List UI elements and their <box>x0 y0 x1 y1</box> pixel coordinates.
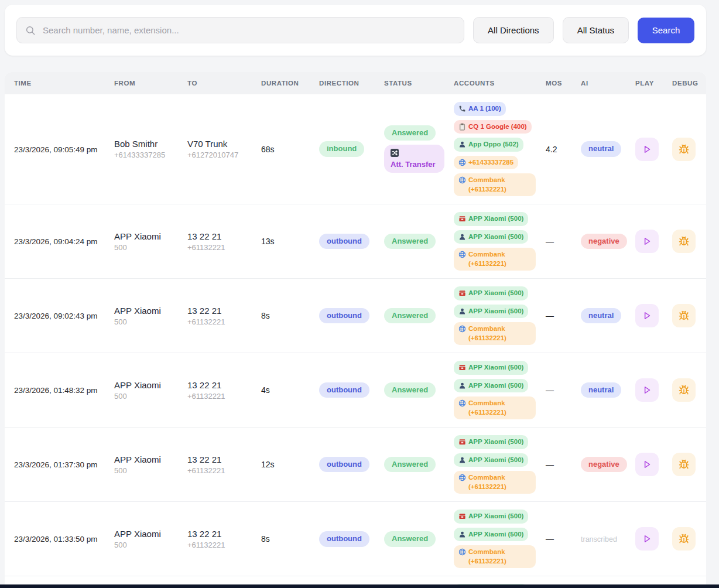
mos-score: — <box>546 460 554 469</box>
bug-icon <box>679 534 689 544</box>
table-row: 23/3/2026, 01:33:50 pm APP Xiaomi 500 13… <box>5 502 706 576</box>
column-header-play: PLAY <box>626 80 663 87</box>
from-number: +61433337285 <box>114 151 178 159</box>
direction-badge: outbound <box>319 234 369 249</box>
search-button[interactable]: Search <box>638 18 694 43</box>
account-badge: APP Xiaomi (500) <box>454 230 528 244</box>
status-badge: Att. Transfer <box>384 145 444 173</box>
from-name: APP Xiaomi <box>114 231 178 241</box>
person-icon <box>458 382 466 389</box>
mos-score: 4.2 <box>546 145 557 154</box>
debug-button[interactable] <box>672 230 696 253</box>
debug-button[interactable] <box>672 304 696 327</box>
to-name: V70 Trunk <box>187 139 252 149</box>
play-icon <box>642 385 652 395</box>
to-number: +61132221 <box>187 541 252 549</box>
account-badge: AA 1 (100) <box>454 102 506 116</box>
column-header-debug: DEBUG <box>663 80 706 87</box>
person-icon <box>458 307 466 315</box>
account-badge: APP Xiaomi (500) <box>454 435 528 449</box>
bug-icon <box>679 144 689 155</box>
from-number: 500 <box>114 466 178 475</box>
status-badge: Answered <box>384 125 436 141</box>
status-badge: Answered <box>384 308 436 323</box>
call-time: 23/3/2026, 01:33:50 pm <box>14 535 98 543</box>
column-header-mos: MOS <box>536 80 571 87</box>
search-icon <box>25 25 36 36</box>
directions-filter-button[interactable]: All Directions <box>473 17 554 43</box>
person-icon <box>458 456 466 464</box>
mos-score: — <box>546 385 554 395</box>
column-header-time: TIME <box>5 80 105 87</box>
account-badge: APP Xiaomi (500) <box>454 510 528 524</box>
status-badge: Answered <box>384 457 436 472</box>
status-badge: Answered <box>384 531 436 546</box>
from-name: Bob Smithr <box>114 139 178 149</box>
call-duration: 13s <box>261 237 275 246</box>
globe-icon <box>458 548 466 556</box>
person-icon <box>458 531 466 538</box>
play-button[interactable] <box>635 304 659 327</box>
play-button[interactable] <box>635 453 659 476</box>
account-badge: Commbank (+61132221) <box>454 471 536 494</box>
from-name: APP Xiaomi <box>114 454 178 464</box>
to-name: 13 22 21 <box>187 529 252 539</box>
to-number: +61132221 <box>187 243 252 252</box>
call-duration: 68s <box>261 145 275 154</box>
ai-sentiment-badge: negative <box>581 234 627 249</box>
account-badge: Commbank (+61132221) <box>454 173 536 196</box>
table-row: 23/3/2026, 09:05:49 pm Bob Smithr +61433… <box>5 94 706 204</box>
call-time: 23/3/2026, 09:05:49 pm <box>14 145 98 154</box>
status-filter-button[interactable]: All Status <box>563 17 629 43</box>
to-name: 13 22 21 <box>187 231 252 241</box>
debug-button[interactable] <box>672 138 696 161</box>
play-button[interactable] <box>635 230 659 253</box>
play-button[interactable] <box>635 527 659 551</box>
call-duration: 8s <box>261 534 270 543</box>
footer-bar <box>0 584 719 588</box>
desk-phone-icon <box>458 289 466 297</box>
desk-phone-icon <box>458 215 466 223</box>
play-button[interactable] <box>635 138 659 161</box>
debug-button[interactable] <box>672 527 696 551</box>
to-name: 13 22 21 <box>187 454 252 464</box>
desk-phone-icon <box>458 364 466 371</box>
play-icon <box>642 534 652 544</box>
account-badge: Commbank (+61132221) <box>454 545 536 568</box>
account-badge: APP Xiaomi (500) <box>454 379 528 393</box>
play-button[interactable] <box>635 378 659 402</box>
shuffle-icon <box>391 149 399 157</box>
account-badge: APP Xiaomi (500) <box>454 305 528 319</box>
phone-receiver-icon <box>458 105 466 112</box>
account-badge: Commbank (+61132221) <box>454 322 536 345</box>
call-duration: 4s <box>261 385 270 395</box>
account-badge: +61433337285 <box>454 156 518 170</box>
play-icon <box>642 144 652 155</box>
search-input[interactable] <box>42 25 456 36</box>
mos-score: — <box>546 311 554 320</box>
column-header-status: STATUS <box>375 80 444 87</box>
calls-page: All Directions All Status Search TIME FR… <box>0 0 719 588</box>
account-badge: APP Xiaomi (500) <box>454 528 528 542</box>
to-name: 13 22 21 <box>187 380 252 390</box>
mos-score: — <box>546 237 554 246</box>
direction-badge: outbound <box>319 308 369 323</box>
person-icon <box>458 141 466 148</box>
globe-icon <box>458 399 466 407</box>
status-badge: Answered <box>384 382 436 398</box>
table-body: 23/3/2026, 09:05:49 pm Bob Smithr +61433… <box>5 94 706 588</box>
debug-button[interactable] <box>672 453 696 476</box>
call-time: 23/3/2026, 01:37:30 pm <box>14 460 98 469</box>
debug-button[interactable] <box>672 378 696 402</box>
desk-phone-icon <box>458 438 466 446</box>
calls-table: TIME FROM TO DURATION DIRECTION STATUS A… <box>5 72 706 588</box>
account-badge: App Oppo (502) <box>454 138 523 152</box>
table-row: 23/3/2026, 01:37:30 pm APP Xiaomi 500 13… <box>5 428 706 502</box>
play-icon <box>642 236 652 247</box>
table-row: 23/3/2026, 01:48:32 pm APP Xiaomi 500 13… <box>5 353 706 428</box>
from-number: 500 <box>114 243 178 252</box>
account-badge: APP Xiaomi (500) <box>454 286 528 300</box>
to-number: +61132221 <box>187 466 252 475</box>
ai-sentiment-badge: neutral <box>581 382 621 398</box>
account-badge: CQ 1 Google (400) <box>454 120 532 134</box>
